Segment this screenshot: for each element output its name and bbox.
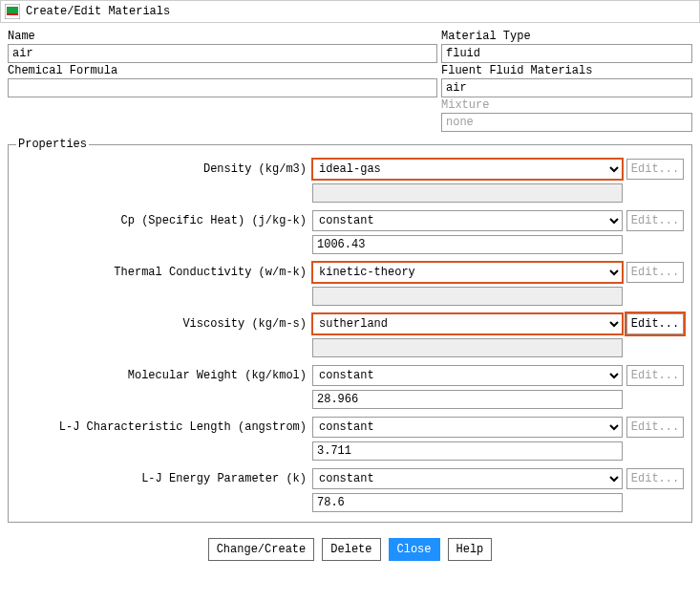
properties-legend: Properties (16, 138, 89, 151)
lj-energy-label: L-J Energy Parameter (k) (16, 472, 312, 485)
lj-length-label: L-J Characteristic Length (angstrom) (16, 420, 312, 434)
cp-method-select[interactable]: constant (312, 210, 623, 231)
material-type-input[interactable] (441, 44, 692, 63)
app-icon (5, 4, 20, 19)
window-title: Create/Edit Materials (26, 5, 170, 18)
mixture-label: Mixture (441, 97, 692, 113)
name-input[interactable] (8, 44, 437, 63)
change-create-button[interactable]: Change/Create (208, 538, 315, 561)
viscosity-method-select[interactable]: sutherland (312, 313, 623, 334)
chemical-formula-input[interactable] (8, 78, 437, 97)
lj-length-value-input[interactable] (312, 441, 623, 461)
cp-label: Cp (Specific Heat) (j/kg-k) (16, 214, 312, 227)
lj-energy-edit-button[interactable]: Edit... (626, 468, 684, 489)
thermal-conductivity-label: Thermal Conductivity (w/m-k) (16, 266, 312, 279)
titlebar: Create/Edit Materials (0, 0, 700, 23)
density-label: Density (kg/m3) (16, 162, 312, 176)
help-button[interactable]: Help (448, 538, 493, 561)
name-label: Name (8, 29, 437, 44)
thermal-conductivity-edit-button[interactable]: Edit... (626, 262, 684, 283)
viscosity-edit-button[interactable]: Edit... (626, 313, 684, 334)
lj-energy-value-input[interactable] (312, 493, 623, 512)
mixture-input (441, 113, 692, 132)
lj-length-method-select[interactable]: constant (312, 417, 623, 438)
svg-rect-1 (7, 7, 18, 13)
viscosity-value-input (312, 338, 623, 357)
density-value-input (312, 183, 623, 203)
lj-energy-method-select[interactable]: constant (312, 468, 623, 489)
molecular-weight-method-select[interactable]: constant (312, 365, 623, 386)
molecular-weight-value-input[interactable] (312, 390, 623, 409)
footer-button-bar: Change/Create Delete Close Help (8, 538, 692, 561)
cp-value-input[interactable] (312, 235, 623, 254)
delete-button[interactable]: Delete (322, 538, 380, 561)
molecular-weight-label: Molecular Weight (kg/kmol) (16, 369, 312, 382)
molecular-weight-edit-button[interactable]: Edit... (626, 365, 684, 386)
chemical-formula-label: Chemical Formula (8, 63, 437, 78)
thermal-conductivity-method-select[interactable]: kinetic-theory (312, 262, 623, 283)
thermal-conductivity-value-input (312, 287, 623, 306)
density-edit-button[interactable]: Edit... (626, 159, 684, 180)
fluent-materials-input[interactable] (441, 78, 692, 97)
fluent-materials-label: Fluent Fluid Materials (441, 63, 692, 78)
viscosity-label: Viscosity (kg/m-s) (16, 317, 312, 331)
cp-edit-button[interactable]: Edit... (626, 210, 684, 231)
properties-fieldset: Properties Density (kg/m3) ideal-gas Edi… (8, 138, 692, 523)
close-button[interactable]: Close (389, 538, 440, 561)
material-type-label: Material Type (441, 29, 692, 44)
density-method-select[interactable]: ideal-gas (312, 159, 623, 180)
svg-rect-2 (7, 13, 18, 15)
lj-length-edit-button[interactable]: Edit... (626, 417, 684, 438)
